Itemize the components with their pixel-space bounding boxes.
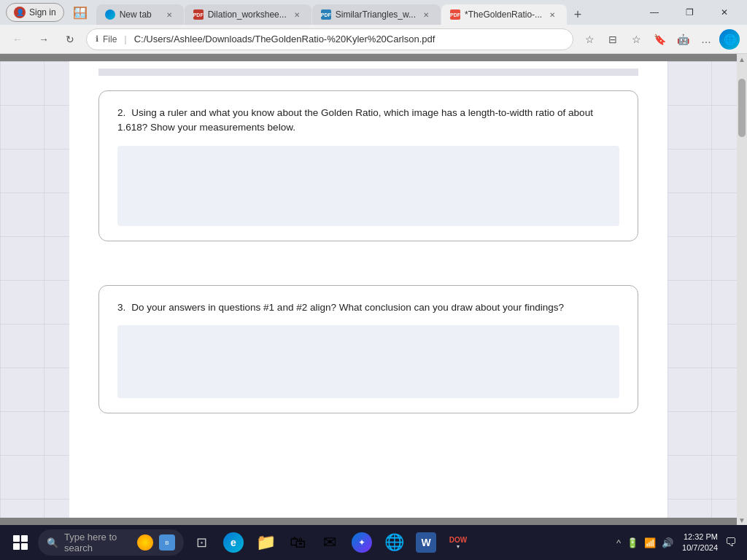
question-2-number: 2. bbox=[117, 107, 125, 118]
maximize-button[interactable]: ❐ bbox=[673, 0, 706, 25]
info-icon: ℹ bbox=[96, 34, 98, 44]
dow-icon: DOW ▼ bbox=[449, 536, 467, 549]
browser-chrome: 👤 Sign in 🪟 New tab ✕ PDF Dilation_works… bbox=[0, 0, 747, 54]
tab-new-tab-close[interactable]: ✕ bbox=[163, 9, 175, 20]
sign-in-button[interactable]: 👤 Sign in bbox=[6, 3, 64, 22]
pdf-left-gutter bbox=[0, 61, 69, 518]
bing-icon: B bbox=[159, 534, 175, 551]
tab-dilation[interactable]: PDF Dilation_workshee... ✕ bbox=[185, 4, 311, 25]
tab-dilation-close[interactable]: ✕ bbox=[291, 9, 303, 20]
battery-icon[interactable]: 🔋 bbox=[627, 537, 638, 548]
questions-container: 2.Using a ruler and what you know about … bbox=[98, 76, 638, 443]
window-controls: — ❐ ✕ bbox=[638, 0, 741, 25]
cortana-icon bbox=[137, 534, 153, 551]
collections-icon[interactable]: 🔖 bbox=[649, 29, 670, 50]
search-placeholder: Type here to search bbox=[64, 532, 131, 553]
back-button[interactable]: ← bbox=[7, 29, 28, 50]
word-button[interactable]: W bbox=[411, 528, 441, 557]
chrome-button[interactable]: 🌐 bbox=[379, 528, 409, 557]
scroll-up-button[interactable]: ▲ bbox=[737, 54, 747, 64]
start-button[interactable] bbox=[6, 528, 35, 557]
clock[interactable]: 12:32 PM 10/7/2024 bbox=[682, 532, 718, 554]
address-bar: ← → ↻ ℹ File | C:/Users/Ashlee/Downloads… bbox=[0, 25, 747, 54]
file-label: File bbox=[103, 34, 117, 44]
tab-golden-ratio[interactable]: PDF *TheGoldenRatio-... ✕ bbox=[441, 4, 567, 25]
forward-button[interactable]: → bbox=[34, 29, 54, 50]
close-button[interactable]: ✕ bbox=[708, 0, 741, 25]
user-icon: 👤 bbox=[14, 7, 26, 18]
store-button[interactable]: 🛍 bbox=[283, 528, 312, 557]
edge-tab-icon bbox=[105, 9, 115, 20]
question-2-box: 2.Using a ruler and what you know about … bbox=[98, 90, 638, 241]
favorites-icon[interactable]: ☆ bbox=[626, 29, 646, 50]
question-3-box: 3.Do your answers in questions #1 and #2… bbox=[98, 285, 638, 413]
copilot-icon[interactable]: 🤖 bbox=[673, 29, 693, 50]
tab-bar: New tab ✕ PDF Dilation_workshee... ✕ PDF… bbox=[96, 0, 632, 25]
tab-new-tab[interactable]: New tab ✕ bbox=[96, 4, 184, 25]
scroll-down-button[interactable]: ▼ bbox=[737, 515, 747, 525]
chrome-icon: 🌐 bbox=[384, 533, 404, 552]
tab-similar-close[interactable]: ✕ bbox=[420, 9, 432, 20]
tab-new-tab-label: New tab bbox=[120, 9, 159, 20]
task-view-icon: ⊡ bbox=[196, 534, 207, 551]
network-icon[interactable]: 📶 bbox=[644, 537, 656, 548]
edge-taskbar-button[interactable]: e bbox=[219, 528, 248, 557]
sign-in-label: Sign in bbox=[29, 7, 56, 18]
clock-date: 10/7/2024 bbox=[682, 542, 718, 553]
star-icon[interactable]: ☆ bbox=[579, 29, 600, 50]
search-icon: 🔍 bbox=[47, 537, 58, 548]
refresh-button[interactable]: ↻ bbox=[60, 29, 80, 50]
up-arrow-icon[interactable]: ^ bbox=[616, 537, 621, 548]
address-input[interactable]: ℹ File | C:/Users/Ashlee/Downloads/TheGo… bbox=[86, 28, 573, 50]
file-explorer-button[interactable]: 📁 bbox=[251, 528, 280, 557]
address-actions: ☆ ⊟ ☆ 🔖 🤖 … 🌐 bbox=[579, 29, 740, 50]
scrollbar-thumb[interactable] bbox=[738, 79, 746, 137]
dow-button[interactable]: DOW ▼ bbox=[444, 528, 473, 557]
split-view-icon[interactable]: ⊟ bbox=[603, 29, 623, 50]
edge-taskbar-icon: e bbox=[223, 532, 244, 553]
tab-dilation-label: Dilation_workshee... bbox=[208, 9, 287, 20]
volume-icon[interactable]: 🔊 bbox=[662, 537, 673, 548]
tab-golden-ratio-label: *TheGoldenRatio-... bbox=[465, 9, 542, 20]
scrollbar[interactable]: ▲ ▼ bbox=[737, 54, 747, 525]
word-icon: W bbox=[416, 532, 436, 553]
tab-similar-triangles[interactable]: PDF SimilarTriangles_w... ✕ bbox=[312, 4, 441, 25]
mail-button[interactable]: ✉ bbox=[315, 528, 344, 557]
page-area: 2.Using a ruler and what you know about … bbox=[0, 54, 747, 525]
title-bar: 👤 Sign in 🪟 New tab ✕ PDF Dilation_works… bbox=[0, 0, 747, 25]
pdf-right-gutter bbox=[667, 61, 737, 518]
pdf-viewer: 2.Using a ruler and what you know about … bbox=[0, 54, 737, 525]
address-url: C:/Users/Ashlee/Downloads/TheGoldenRatio… bbox=[134, 34, 564, 44]
profile-icon[interactable]: 🪟 bbox=[70, 2, 90, 23]
notification-button[interactable]: 🗨 bbox=[721, 532, 741, 553]
minimize-button[interactable]: — bbox=[638, 0, 671, 25]
tab-similar-triangles-label: SimilarTriangles_w... bbox=[336, 9, 416, 20]
pdf-top-bar bbox=[98, 69, 638, 76]
pdf-similar-icon: PDF bbox=[321, 9, 331, 20]
question-3-text: 3.Do your answers in questions #1 and #2… bbox=[117, 300, 619, 315]
windows-icon bbox=[13, 535, 28, 550]
pdf-golden-icon: PDF bbox=[450, 9, 460, 20]
question-3-number: 3. bbox=[117, 302, 125, 313]
edge-browser-icon[interactable]: 🌐 bbox=[719, 29, 740, 50]
store-icon: 🛍 bbox=[290, 533, 306, 552]
notification-icon: 🗨 bbox=[725, 536, 737, 549]
clock-time: 12:32 PM bbox=[682, 532, 718, 542]
task-view-button[interactable]: ⊡ bbox=[187, 528, 216, 557]
address-separator: | bbox=[124, 34, 126, 44]
copilot-icon: ✦ bbox=[352, 532, 372, 553]
more-icon[interactable]: … bbox=[696, 29, 716, 50]
pdf-dilation-icon: PDF bbox=[193, 9, 204, 20]
new-tab-button[interactable]: + bbox=[568, 4, 588, 25]
copilot-button[interactable]: ✦ bbox=[347, 528, 376, 557]
question-2-text: 2.Using a ruler and what you know about … bbox=[117, 106, 619, 136]
question-2-answer-box[interactable] bbox=[117, 146, 619, 226]
mail-icon: ✉ bbox=[323, 533, 336, 552]
system-tray: ^ 🔋 📶 🔊 bbox=[611, 537, 679, 548]
file-explorer-icon: 📁 bbox=[256, 533, 276, 552]
question-3-answer-box[interactable] bbox=[117, 325, 619, 398]
pdf-page-content: 2.Using a ruler and what you know about … bbox=[69, 61, 667, 518]
taskbar: 🔍 Type here to search B ⊡ e 📁 🛍 ✉ ✦ 🌐 bbox=[0, 525, 747, 560]
tab-golden-ratio-close[interactable]: ✕ bbox=[546, 9, 558, 20]
taskbar-search[interactable]: 🔍 Type here to search B bbox=[38, 529, 184, 556]
